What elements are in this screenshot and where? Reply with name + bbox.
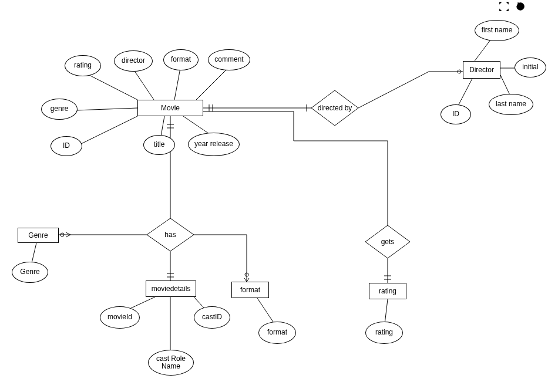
entity-genre[interactable]: Genre [18,228,59,243]
attr-director-id[interactable]: ID [441,104,471,124]
attr-movie-format[interactable]: format [163,49,199,70]
svg-line-22 [32,243,36,263]
entity-director[interactable]: Director [463,61,500,79]
svg-line-3 [196,68,228,100]
attr-movie-year-release[interactable]: year release [188,133,240,156]
attr-director-first-name[interactable]: first name [475,20,519,41]
svg-point-12 [458,70,461,73]
svg-line-34 [385,299,388,324]
relationship-gets[interactable]: gets [365,225,410,258]
entity-movie[interactable]: Movie [137,100,203,116]
attr-moviedetails-movieid-label: movieId [107,313,132,321]
attr-moviedetails-movieid[interactable]: movieId [100,306,140,329]
attr-format-format[interactable]: format [258,322,296,344]
attr-moviedetails-cast-role-name-label: cast Role Name [156,355,186,370]
relationship-directed-by-label: directed by [311,90,358,126]
attr-movie-format-label: format [171,56,191,63]
entity-director-label: Director [469,66,494,74]
svg-line-5 [78,116,137,146]
relationship-has[interactable]: has [147,218,194,251]
entity-format[interactable]: format [231,282,269,298]
attr-director-initial-label: initial [522,63,538,71]
attr-movie-id-label: ID [63,142,70,150]
svg-point-21 [60,233,64,236]
attr-moviedetails-castid[interactable]: castID [194,306,230,329]
attr-director-initial[interactable]: initial [515,58,546,77]
attr-movie-year-release-label: year release [194,140,233,148]
svg-line-0 [87,74,137,100]
attr-director-first-name-label: first name [482,26,513,34]
relationship-gets-label: gets [365,225,410,258]
close-icon[interactable] [532,1,542,12]
attr-genre-genre-label: Genre [20,268,39,276]
relationship-directed-by[interactable]: directed by [311,90,358,126]
attr-movie-comment-label: comment [214,56,243,63]
attr-movie-genre-label: genre [51,105,69,113]
entity-format-label: format [240,286,260,294]
attr-rating-rating-label: rating [375,329,393,336]
attr-movie-genre[interactable]: genre [41,99,78,120]
svg-line-13 [475,38,492,61]
svg-line-1 [133,69,154,100]
toolbar [499,1,542,12]
attr-moviedetails-castid-label: castID [202,313,222,321]
entity-rating-label: rating [379,287,396,295]
attr-movie-director-label: director [122,57,145,65]
attr-movie-title[interactable]: title [143,135,175,155]
entity-rating[interactable]: rating [369,283,406,299]
attr-moviedetails-cast-role-name[interactable]: cast Role Name [148,350,194,376]
attr-movie-director[interactable]: director [114,50,153,72]
entity-genre-label: Genre [28,231,48,239]
attr-rating-rating[interactable]: rating [365,322,403,344]
svg-line-2 [174,68,180,100]
svg-point-26 [245,273,248,276]
svg-line-16 [458,79,472,106]
svg-line-4 [76,108,137,110]
er-diagram-canvas: Movie Director Genre moviedetails format… [0,0,548,392]
entity-moviedetails-label: moviedetails [152,285,191,293]
attr-genre-genre[interactable]: Genre [12,262,48,283]
relationship-has-label: has [147,218,194,251]
attr-director-id-label: ID [452,110,459,118]
attr-director-last-name[interactable]: last name [489,94,533,115]
maximize-icon[interactable] [499,1,509,12]
attr-format-format-label: format [267,329,287,336]
attr-movie-id[interactable]: ID [51,136,82,156]
svg-line-6 [161,116,164,136]
attr-movie-rating[interactable]: rating [65,55,101,76]
attr-movie-comment[interactable]: comment [208,49,250,70]
reset-icon[interactable] [515,1,526,12]
attr-director-last-name-label: last name [496,100,526,108]
entity-movie-label: Movie [161,104,180,112]
entity-moviedetails[interactable]: moviedetails [146,281,196,297]
attr-movie-rating-label: rating [74,62,92,69]
attr-movie-title-label: title [154,141,165,148]
